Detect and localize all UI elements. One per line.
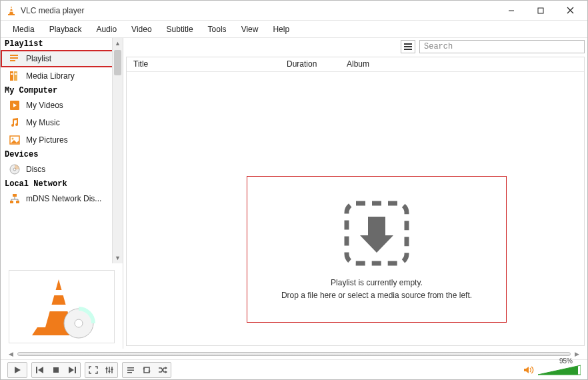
sidebar-item-my-pictures[interactable]: My Pictures	[1, 131, 123, 149]
sidebar-item-label: Playlist	[26, 54, 51, 63]
search-placeholder: Search	[424, 42, 453, 51]
menu-playback[interactable]: Playback	[43, 22, 89, 37]
svg-rect-48	[106, 368, 108, 369]
scrollbar-thumb[interactable]	[114, 50, 121, 75]
svg-rect-52	[127, 369, 134, 371]
sidebar-item-mdns[interactable]: mDNS Network Dis...	[1, 190, 123, 207]
titlebar: VLC media player	[1, 1, 587, 21]
controls-bar: 95%	[1, 359, 587, 379]
svg-rect-8	[10, 55, 18, 56]
fullscreen-button[interactable]	[86, 363, 101, 377]
svg-rect-1	[10, 8, 13, 9]
svg-marker-41	[38, 367, 43, 373]
main-area: Search Title Duration Album Playlist is …	[123, 38, 587, 349]
column-album[interactable]: Album	[340, 57, 584, 71]
toggle-playlist-button[interactable]	[123, 363, 138, 377]
sidebar: Playlist Playlist Media Library My Compu…	[1, 38, 123, 349]
column-duration[interactable]: Duration	[280, 57, 340, 71]
svg-rect-10	[10, 60, 15, 61]
media-library-icon	[9, 70, 21, 82]
svg-rect-34	[404, 43, 412, 45]
svg-marker-38	[360, 217, 393, 253]
volume-slider[interactable]	[538, 364, 581, 376]
menu-view[interactable]: View	[235, 22, 265, 37]
video-file-icon	[9, 99, 21, 111]
sidebar-item-playlist[interactable]: Playlist	[1, 50, 123, 67]
sidebar-item-my-videos[interactable]: My Videos	[1, 97, 123, 114]
speaker-icon[interactable]	[523, 365, 534, 375]
next-button[interactable]	[65, 363, 79, 377]
svg-marker-0	[9, 6, 13, 14]
svg-rect-11	[10, 71, 13, 81]
play-button[interactable]	[7, 362, 27, 378]
menu-video[interactable]: Video	[125, 22, 158, 37]
volume-control	[523, 364, 581, 376]
vlc-cone-icon	[6, 5, 17, 16]
search-input[interactable]: Search	[419, 40, 585, 53]
playlist-view: Title Duration Album Playlist is current…	[126, 57, 585, 346]
svg-rect-13	[11, 73, 13, 75]
sidebar-item-discs[interactable]: Discs	[1, 161, 123, 178]
seek-handle-right: ▶	[575, 351, 579, 357]
seek-handle-left: ◀	[9, 351, 13, 357]
svg-point-18	[12, 138, 14, 140]
svg-rect-50	[111, 369, 113, 370]
svg-rect-49	[109, 371, 111, 372]
sidebar-item-my-music[interactable]: My Music	[1, 114, 123, 131]
svg-rect-51	[127, 367, 134, 369]
section-local-network: Local Network	[1, 178, 123, 190]
disc-icon	[9, 163, 21, 175]
svg-rect-5	[538, 8, 543, 13]
menu-help[interactable]: Help	[266, 22, 296, 37]
section-my-computer: My Computer	[1, 85, 123, 97]
empty-line1: Playlist is currently empty.	[281, 277, 472, 289]
sidebar-item-label: mDNS Network Dis...	[26, 194, 101, 203]
menu-audio[interactable]: Audio	[89, 22, 123, 37]
column-headers: Title Duration Album	[127, 57, 584, 72]
minimize-button[interactable]	[497, 1, 526, 20]
svg-point-33	[75, 319, 83, 327]
empty-playlist-area[interactable]: Playlist is currently empty. Drop a file…	[127, 72, 584, 345]
seek-track[interactable]	[17, 352, 571, 356]
window-title: VLC media player	[21, 6, 497, 15]
maximize-button[interactable]	[526, 1, 555, 20]
view-mode-button[interactable]	[401, 40, 415, 53]
menubar: Media Playback Audio Video Subtitle Tool…	[1, 21, 587, 38]
sidebar-item-media-library[interactable]: Media Library	[1, 67, 123, 85]
scroll-down-arrow[interactable]: ▼	[113, 253, 123, 263]
close-button[interactable]	[555, 1, 585, 20]
svg-rect-53	[127, 372, 132, 373]
sidebar-item-label: My Pictures	[26, 135, 68, 145]
sidebar-scrollbar[interactable]: ▲ ▼	[112, 38, 123, 263]
svg-rect-12	[14, 71, 17, 81]
svg-rect-40	[36, 367, 37, 373]
menu-subtitle[interactable]: Subtitle	[160, 22, 200, 37]
shuffle-button[interactable]	[155, 363, 170, 377]
empty-message: Playlist is currently empty. Drop a file…	[281, 277, 472, 302]
svg-marker-57	[165, 371, 167, 373]
svg-rect-35	[404, 46, 412, 47]
svg-marker-39	[15, 367, 21, 373]
svg-rect-36	[404, 49, 412, 50]
sidebar-item-label: My Videos	[26, 101, 63, 110]
svg-rect-42	[53, 367, 59, 373]
loop-button[interactable]	[139, 363, 154, 377]
sidebar-item-label: My Music	[26, 118, 60, 127]
scroll-up-arrow[interactable]: ▲	[113, 38, 123, 49]
picture-file-icon	[9, 134, 21, 146]
stop-button[interactable]	[49, 363, 63, 377]
network-icon	[9, 193, 21, 205]
svg-marker-54	[143, 367, 145, 369]
svg-marker-58	[524, 367, 529, 373]
svg-rect-44	[75, 367, 76, 373]
svg-marker-43	[69, 367, 74, 373]
svg-rect-9	[10, 57, 18, 59]
column-title[interactable]: Title	[127, 57, 280, 71]
svg-rect-22	[10, 201, 13, 203]
menu-media[interactable]: Media	[6, 22, 41, 37]
extended-settings-button[interactable]	[102, 363, 117, 377]
previous-button[interactable]	[33, 363, 47, 377]
menu-tools[interactable]: Tools	[201, 22, 233, 37]
svg-marker-55	[148, 371, 151, 373]
drop-target-box[interactable]: Playlist is currently empty. Drop a file…	[247, 176, 507, 323]
